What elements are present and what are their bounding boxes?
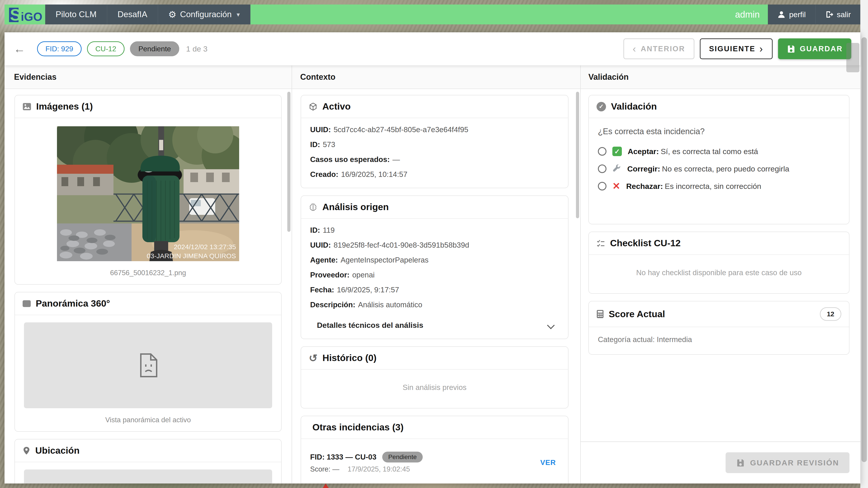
modal-scrollbar-thumb[interactable] [846, 43, 860, 72]
analisis-title: Análisis origen [322, 202, 389, 213]
activo-title: Activo [322, 101, 350, 112]
nav-tab-label: Configuración [180, 10, 231, 19]
evidencias-header: Evidencias [4, 66, 291, 89]
activo-card: Activo UUID:5cd7cc4c-ab27-45bf-805e-a7e3… [301, 95, 568, 188]
panorama-icon [23, 300, 31, 307]
previous-button[interactable]: ‹ ANTERIOR [623, 38, 694, 59]
calculator-icon [596, 310, 604, 318]
chevron-down-icon [547, 322, 555, 329]
radio-rechazar[interactable] [598, 182, 607, 191]
historico-title: Histórico (0) [322, 353, 377, 363]
logout-button[interactable]: salir [815, 4, 860, 24]
otras-title: Otras incidencias (3) [312, 422, 403, 433]
review-toolbar: ← FID: 929 CU-12 Pendiente 1 de 3 ‹ ANTE… [4, 32, 860, 66]
analisis-row-id: ID:119 [310, 226, 559, 234]
activo-row-creado: Creado:16/9/2025, 10:14:57 [310, 170, 559, 179]
imagenes-title: Imágenes (1) [36, 101, 93, 112]
review-footer: GUARDAR REVISIÓN [581, 442, 860, 484]
next-label: SIGUIENTE [709, 44, 755, 53]
nav-tab-label: DesafIA [118, 10, 147, 19]
analisis-row-fecha: Fecha:16/9/2025, 9:17:57 [310, 286, 559, 294]
save-floppy-icon [736, 458, 745, 467]
next-button[interactable]: SIGUIENTE › [700, 38, 773, 59]
contexto-scrollbar-thumb[interactable] [576, 92, 579, 218]
status-chip: Pendiente [130, 41, 179, 56]
save-floppy-icon [786, 44, 796, 53]
option-label: Aceptar:Sí, es correcta tal como está [628, 147, 758, 156]
option-corregir: Corregir:No es correcta, pero puedo corr… [598, 164, 840, 173]
ubicacion-card: Ubicación [14, 439, 282, 484]
checklist-card: Checklist CU-12 No hay checklist disponi… [588, 232, 849, 294]
validacion-column: ✓ Validación ¿Es correcta esta incidenci… [580, 89, 860, 484]
analisis-row-descripcion: Descripción:Análisis automático [310, 300, 559, 309]
evidence-photo[interactable]: 2024/12/02 13:27:35 03-JARDIN JIMENA QUI… [57, 126, 239, 261]
panoramica-title: Panorámica 360° [36, 298, 110, 309]
images-icon [23, 103, 31, 110]
ver-link[interactable]: VER [537, 458, 559, 467]
technical-details-expander[interactable]: Detalles técnicos del análisis [310, 319, 559, 331]
activo-row-uuid: UUID:5cd7cc4c-ab27-45bf-805e-a7e3e64f4f9… [310, 125, 559, 134]
incidencia-score: Score: — [310, 465, 339, 473]
radio-corregir[interactable] [598, 164, 607, 173]
activo-row-casos: Casos uso esperados:— [310, 155, 559, 164]
incidencia-item: FID: 1318 — CU-01 Pendiente Score: — 17/… [310, 479, 559, 484]
save-review-button[interactable]: GUARDAR REVISIÓN [725, 452, 849, 473]
window-scrollbar-track[interactable] [860, 0, 868, 488]
incidencia-fid: FID: 1333 — CU-03 [310, 453, 376, 461]
map-marker-icon [322, 484, 330, 488]
historico-card: ↺ Histórico (0) Sin análisis previos [301, 346, 568, 409]
photo-filename: 66756_50016232_1.png [24, 269, 272, 277]
photo-watermark-location: 03-JARDIN JIMENA QUIROS [147, 252, 236, 260]
location-pin-icon [23, 447, 30, 455]
radio-aceptar[interactable] [598, 147, 607, 156]
reject-cross-icon: ✕ [612, 182, 620, 191]
window-scrollbar-thumb[interactable] [862, 37, 867, 462]
back-arrow-icon[interactable]: ← [13, 43, 25, 55]
evidencias-scrollbar-thumb[interactable] [287, 92, 290, 232]
profile-button[interactable]: perfil [768, 4, 815, 24]
analisis-row-proveedor: Proveedor:openai [310, 271, 559, 279]
incidencia-status-chip: Pendiente [382, 452, 423, 462]
activo-row-id: ID:573 [310, 140, 559, 149]
wrench-icon [612, 164, 621, 173]
nav-tab-label: Piloto CLM [56, 10, 96, 19]
nav-tab-configuracion[interactable]: ⚙ Configuración ▾ [158, 4, 250, 24]
score-category: Categoría actual: Intermedia [589, 327, 849, 354]
pagination-counter: 1 de 3 [186, 44, 208, 53]
save-button[interactable]: GUARDAR [778, 38, 851, 59]
incidencia-item: FID: 1333 — CU-03 Pendiente Score: — 17/… [310, 446, 559, 479]
app-logo[interactable]: S iGO [4, 4, 45, 24]
logout-icon [825, 10, 833, 19]
previous-label: ANTERIOR [641, 44, 685, 53]
incident-review-modal: ← FID: 929 CU-12 Pendiente 1 de 3 ‹ ANTE… [4, 32, 860, 484]
current-user-label: admin [735, 4, 760, 24]
nav-tabs: Piloto CLM DesafIA ⚙ Configuración ▾ [45, 4, 250, 24]
column-headers: Evidencias Contexto Validación [4, 66, 860, 89]
validacion-header: Validación [580, 66, 860, 89]
analisis-row-uuid: UUID:819e25f8-fecf-4c01-90e8-3d591b58b39… [310, 241, 559, 250]
location-map-placeholder[interactable] [24, 469, 272, 484]
imagenes-card: Imágenes (1) [14, 95, 282, 285]
option-label: Corregir:No es correcta, pero puedo corr… [627, 164, 789, 173]
score-title: Score Actual [609, 309, 665, 320]
chevron-left-icon: ‹ [633, 44, 637, 54]
gear-icon: ⚙ [168, 9, 177, 20]
panorama-caption: Vista panorámica del activo [24, 416, 272, 424]
nav-tab-desafia[interactable]: DesafIA [107, 4, 158, 24]
validacion-title: Validación [611, 101, 657, 112]
accept-check-icon: ✓ [612, 147, 622, 156]
ubicacion-title: Ubicación [35, 445, 80, 456]
expander-label: Detalles técnicos del análisis [317, 321, 423, 330]
profile-label: perfil [789, 10, 806, 19]
asset-cube-icon [309, 102, 317, 111]
otras-incidencias-card: Otras incidencias (3) FID: 1333 — CU-03 … [301, 416, 568, 484]
logout-label: salir [837, 10, 851, 19]
logo-letter-s: S [10, 5, 21, 25]
fid-chip: FID: 929 [37, 41, 82, 56]
nav-tab-piloto-clm[interactable]: Piloto CLM [45, 4, 107, 24]
contexto-header: Contexto [291, 66, 580, 89]
score-card: Score Actual 12 Categoría actual: Interm… [588, 301, 849, 355]
historico-empty-message: Sin análisis previos [310, 377, 559, 401]
panorama-placeholder [24, 322, 272, 408]
chevron-right-icon: › [760, 44, 764, 54]
